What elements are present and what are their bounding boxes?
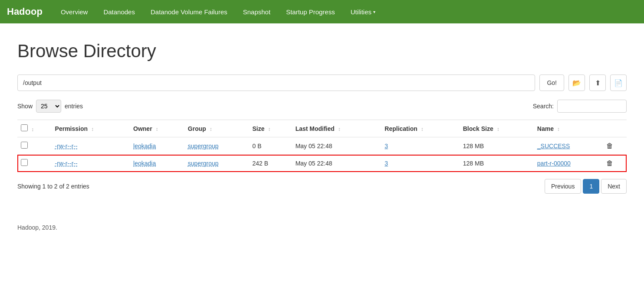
search-input[interactable] <box>557 100 627 113</box>
nav-item-startup-progress[interactable]: Startup Progress <box>278 0 343 23</box>
navbar-brand[interactable]: Hadoop <box>7 6 43 17</box>
table-header-row: ↕ Permission ↕ Owner ↕ Group ↕ Size ↕ <box>17 120 627 137</box>
select-all-checkbox[interactable] <box>21 124 28 131</box>
row1-checkbox[interactable] <box>21 142 28 149</box>
controls-row: Show 10 25 50 100 entries Search: <box>17 100 627 113</box>
row2-last-modified: May 05 22:48 <box>292 155 381 172</box>
row2-delete-icon[interactable]: 🗑 <box>606 159 613 167</box>
col-actions <box>603 120 627 137</box>
row2-owner-link[interactable]: leokadia <box>133 160 156 167</box>
path-input[interactable] <box>17 75 535 91</box>
file-icon-button[interactable]: 📄 <box>610 75 627 91</box>
row1-owner: leokadia <box>130 137 184 155</box>
search-bar: Search: <box>533 100 627 113</box>
sort-icon-group[interactable]: ↕ <box>210 126 212 132</box>
show-entries: Show 10 25 50 100 entries <box>17 100 83 113</box>
folder-icon: 📂 <box>572 79 581 87</box>
upload-icon: ⬆ <box>595 79 601 87</box>
dropdown-caret-icon: ▾ <box>373 10 375 14</box>
row2-block-size: 128 MB <box>460 155 534 172</box>
sort-icon-replication[interactable]: ↕ <box>421 126 424 132</box>
row1-owner-link[interactable]: leokadia <box>133 143 156 149</box>
file-icon: 📄 <box>614 79 623 87</box>
showing-text: Showing 1 to 2 of 2 entries <box>17 183 89 190</box>
row1-replication: 3 <box>381 137 459 155</box>
page-1-button[interactable]: 1 <box>583 179 599 194</box>
next-button[interactable]: Next <box>601 179 627 194</box>
search-label: Search: <box>533 103 554 110</box>
row1-name: _SUCCESS <box>534 137 603 155</box>
sort-icon-size[interactable]: ↕ <box>268 126 270 132</box>
table-body: -rw-r--r-- leokadia supergroup 0 B May 0… <box>17 137 627 172</box>
col-owner: Owner ↕ <box>130 120 184 137</box>
footer: Hadoop, 2019. <box>0 220 644 240</box>
previous-button[interactable]: Previous <box>545 179 581 194</box>
col-checkbox: ↕ <box>17 120 52 137</box>
row2-replication-link[interactable]: 3 <box>384 160 388 167</box>
row1-delete-cell: 🗑 <box>603 137 627 155</box>
row2-delete-cell: 🗑 <box>603 155 627 172</box>
navbar: Hadoop Overview Datanodes Datanode Volum… <box>0 0 644 23</box>
pagination-row: Showing 1 to 2 of 2 entries Previous 1 N… <box>17 179 627 194</box>
row1-permission: -rw-r--r-- <box>52 137 130 155</box>
nav-item-datanode-volume-failures[interactable]: Datanode Volume Failures <box>143 0 235 23</box>
col-last-modified: Last Modified ↕ <box>292 120 381 137</box>
row1-block-size: 128 MB <box>460 137 534 155</box>
entries-label: entries <box>65 103 83 110</box>
row2-owner: leokadia <box>130 155 184 172</box>
row1-permission-link[interactable]: -rw-r--r-- <box>55 143 78 149</box>
row1-name-link[interactable]: _SUCCESS <box>537 143 570 149</box>
row1-delete-icon[interactable]: 🗑 <box>606 142 613 149</box>
row2-permission: -rw-r--r-- <box>52 155 130 172</box>
folder-icon-button[interactable]: 📂 <box>568 75 585 91</box>
sort-icon-checkbox: ↕ <box>31 127 34 133</box>
row1-group: supergroup <box>184 137 249 155</box>
nav-item-overview[interactable]: Overview <box>53 0 96 23</box>
nav-item-snapshot[interactable]: Snapshot <box>235 0 278 23</box>
sort-icon-owner[interactable]: ↕ <box>155 126 158 132</box>
path-bar: Go! 📂 ⬆ 📄 <box>17 75 627 91</box>
row1-replication-link[interactable]: 3 <box>384 143 388 149</box>
nav-item-datanodes[interactable]: Datanodes <box>95 0 143 23</box>
col-replication: Replication ↕ <box>381 120 459 137</box>
col-size: Size ↕ <box>249 120 292 137</box>
nav-item-utilities[interactable]: Utilities ▾ <box>343 0 383 23</box>
pagination: Previous 1 Next <box>545 179 627 194</box>
row1-size: 0 B <box>249 137 292 155</box>
directory-table: ↕ Permission ↕ Owner ↕ Group ↕ Size ↕ <box>17 120 627 172</box>
show-label: Show <box>17 103 33 110</box>
main-content: Browse Directory Go! 📂 ⬆ 📄 Show 10 25 50… <box>0 23 644 220</box>
sort-icon-block-size[interactable]: ↕ <box>497 126 499 132</box>
table-row: -rw-r--r-- leokadia supergroup 242 B May… <box>17 155 627 172</box>
row2-replication: 3 <box>381 155 459 172</box>
footer-text: Hadoop, 2019. <box>17 224 57 231</box>
table-row: -rw-r--r-- leokadia supergroup 0 B May 0… <box>17 137 627 155</box>
col-permission: Permission ↕ <box>52 120 130 137</box>
col-block-size: Block Size ↕ <box>460 120 534 137</box>
sort-icon-name[interactable]: ↕ <box>557 126 560 132</box>
sort-icon-permission[interactable]: ↕ <box>91 126 94 132</box>
entries-select[interactable]: 10 25 50 100 <box>36 100 61 113</box>
col-group: Group ↕ <box>184 120 249 137</box>
go-button[interactable]: Go! <box>539 75 564 91</box>
row2-checkbox[interactable] <box>21 159 28 166</box>
sort-icon-last-modified[interactable]: ↕ <box>338 126 341 132</box>
row1-group-link[interactable]: supergroup <box>188 143 219 149</box>
col-name: Name ↕ <box>534 120 603 137</box>
row1-checkbox-cell <box>17 137 52 155</box>
row2-size: 242 B <box>249 155 292 172</box>
row2-permission-link[interactable]: -rw-r--r-- <box>55 160 78 167</box>
row1-last-modified: May 05 22:48 <box>292 137 381 155</box>
row2-checkbox-cell <box>17 155 52 172</box>
row2-group: supergroup <box>184 155 249 172</box>
row2-name-link[interactable]: part-r-00000 <box>537 160 571 167</box>
page-title: Browse Directory <box>17 41 627 62</box>
upload-icon-button[interactable]: ⬆ <box>589 75 606 91</box>
row2-group-link[interactable]: supergroup <box>188 160 219 167</box>
navbar-nav: Overview Datanodes Datanode Volume Failu… <box>53 0 383 23</box>
row2-name: part-r-00000 <box>534 155 603 172</box>
